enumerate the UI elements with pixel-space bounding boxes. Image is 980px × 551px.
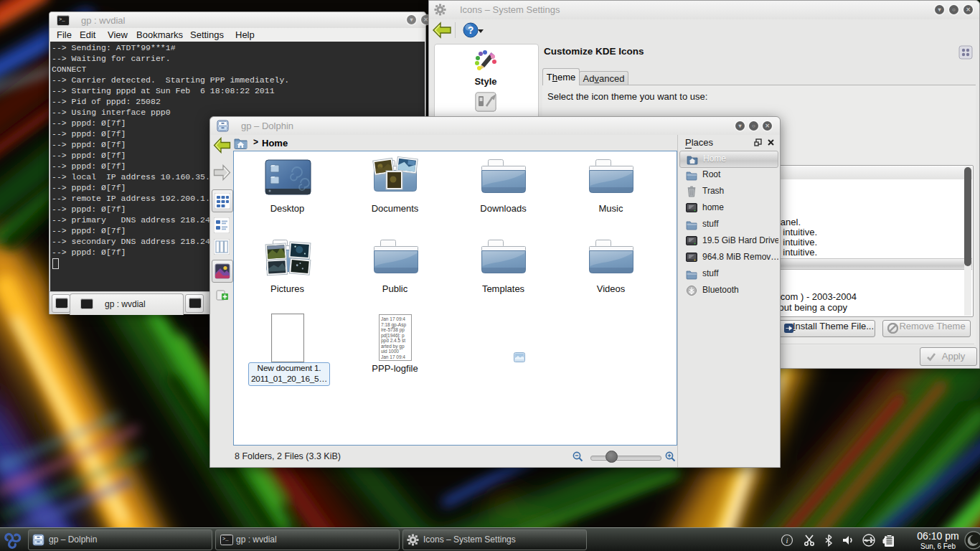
svg-text:?: ?	[468, 24, 474, 36]
svg-text:i: i	[786, 536, 788, 545]
